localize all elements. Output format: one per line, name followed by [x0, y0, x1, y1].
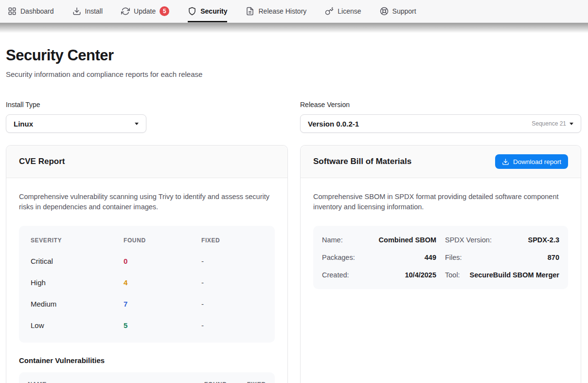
info-label: Created:: [322, 271, 349, 279]
col-name: NAME: [28, 381, 204, 383]
nav-label: Security: [200, 7, 227, 15]
col-severity: SEVERITY: [31, 237, 124, 244]
security-icon: [188, 7, 196, 16]
found-value: 0: [124, 257, 201, 265]
cve-description: Comprehensive vulnerability scanning usi…: [19, 192, 275, 212]
info-value: 10/4/2025: [405, 271, 436, 279]
support-icon: [380, 7, 389, 16]
col-found: FOUND: [204, 381, 227, 383]
severity-label: High: [31, 278, 124, 287]
severity-label: Critical: [31, 257, 124, 265]
dashboard-icon: [8, 7, 17, 16]
severity-table-header: SEVERITY FOUND FIXED: [31, 231, 263, 250]
info-value: SecureBuild SBOM Merger: [469, 271, 559, 279]
nav-item-install[interactable]: Install: [72, 0, 103, 22]
page-subtitle: Security information and compliance repo…: [6, 70, 582, 78]
col-fixed: FIXED: [247, 381, 266, 383]
install-type-value: Linux: [14, 120, 33, 128]
info-label: Name:: [322, 236, 343, 244]
sbom-info-spdx-version: SPDX Version: SPDX-2.3: [445, 231, 559, 249]
release-version-value: Version 0.0.2-1: [308, 120, 359, 128]
cve-report-card: CVE Report Comprehensive vulnerability s…: [6, 145, 288, 383]
sequence-label: Sequence 21: [532, 120, 566, 127]
sbom-card: Software Bill of Materials Download repo…: [300, 145, 581, 383]
nav-label: Support: [392, 7, 416, 15]
nav-label: Dashboard: [20, 7, 54, 15]
severity-label: Low: [31, 321, 124, 329]
release-version-select[interactable]: Version 0.0.2-1 Sequence 21: [300, 114, 581, 133]
cve-card-title: CVE Report: [19, 157, 65, 166]
sbom-info-packages: Packages: 449: [322, 249, 436, 266]
container-vulnerabilities-title: Container Vulnerabilities: [19, 356, 275, 365]
nav-label: License: [338, 7, 361, 15]
install-type-label: Install Type: [6, 101, 288, 109]
sbom-info-tool: Tool: SecureBuild SBOM Merger: [445, 266, 559, 284]
fixed-value: -: [201, 257, 263, 265]
license-icon: [325, 7, 334, 16]
nav-item-update[interactable]: Update 5: [121, 0, 169, 22]
severity-label: Medium: [31, 300, 124, 308]
nav-label: Release History: [258, 7, 306, 15]
update-icon: [121, 7, 130, 16]
container-vulnerabilities-table-header: NAME FOUND FIXED: [19, 372, 275, 383]
info-label: SPDX Version:: [445, 236, 492, 244]
top-nav: Dashboard Install Update 5 Security Rele…: [0, 0, 588, 23]
release-version-field: Release Version Version 0.0.2-1 Sequence…: [300, 101, 581, 133]
nav-item-dashboard[interactable]: Dashboard: [8, 0, 54, 22]
severity-row-medium: Medium 7 -: [31, 293, 263, 314]
sbom-card-header: Software Bill of Materials Download repo…: [301, 146, 581, 178]
nav-label: Update: [134, 7, 156, 15]
found-value: 7: [124, 300, 201, 308]
found-value: 4: [124, 278, 201, 287]
download-icon: [502, 158, 509, 165]
cve-card-header: CVE Report: [6, 146, 287, 178]
sbom-card-body: Comprehensive SBOM in SPDX format provid…: [301, 178, 581, 303]
filters-row: Install Type Linux Release Version Versi…: [6, 101, 582, 133]
col-found: FOUND: [124, 237, 201, 244]
sbom-info-grid: Name: Combined SBOM SPDX Version: SPDX-2…: [313, 226, 568, 289]
info-label: Tool:: [445, 271, 460, 279]
severity-row-low: Low 5 -: [31, 314, 263, 336]
info-value: 870: [548, 254, 559, 261]
sbom-card-title: Software Bill of Materials: [313, 157, 411, 166]
page-title: Security Center: [6, 47, 582, 64]
sbom-description: Comprehensive SBOM in SPDX format provid…: [313, 192, 568, 212]
nav-label: Install: [85, 7, 103, 15]
install-type-select[interactable]: Linux: [6, 114, 146, 133]
release-version-label: Release Version: [300, 101, 581, 109]
severity-row-critical: Critical 0 -: [31, 250, 263, 272]
install-icon: [72, 7, 81, 16]
info-label: Packages:: [322, 254, 355, 261]
sbom-info-files: Files: 870: [445, 249, 559, 266]
download-report-label: Download report: [513, 158, 561, 165]
severity-row-high: High 4 -: [31, 272, 263, 293]
release-history-icon: [246, 7, 254, 16]
nav-item-security[interactable]: Security: [188, 0, 227, 22]
install-type-field: Install Type Linux: [6, 101, 288, 133]
sbom-info-name: Name: Combined SBOM: [322, 231, 436, 249]
severity-table: SEVERITY FOUND FIXED Critical 0 - High 4…: [19, 226, 275, 343]
cards-row: CVE Report Comprehensive vulnerability s…: [6, 145, 582, 383]
chevron-down-icon: [135, 123, 139, 125]
cve-card-body: Comprehensive vulnerability scanning usi…: [6, 178, 287, 383]
download-report-button[interactable]: Download report: [495, 154, 568, 169]
nav-item-support[interactable]: Support: [380, 0, 416, 22]
found-value: 5: [124, 321, 201, 329]
info-label: Files:: [445, 254, 462, 261]
fixed-value: -: [201, 321, 263, 329]
chevron-down-icon: [570, 123, 573, 125]
info-value: 449: [425, 254, 436, 261]
nav-item-release-history[interactable]: Release History: [246, 0, 306, 22]
col-fixed: FIXED: [201, 237, 263, 244]
info-value: Combined SBOM: [379, 236, 436, 244]
fixed-value: -: [201, 300, 263, 308]
fixed-value: -: [201, 278, 263, 287]
info-value: SPDX-2.3: [528, 236, 559, 244]
sbom-info-created: Created: 10/4/2025: [322, 266, 436, 284]
nav-item-license[interactable]: License: [325, 0, 361, 22]
update-count-badge: 5: [160, 6, 169, 16]
nav-shadow-band: [0, 23, 588, 33]
